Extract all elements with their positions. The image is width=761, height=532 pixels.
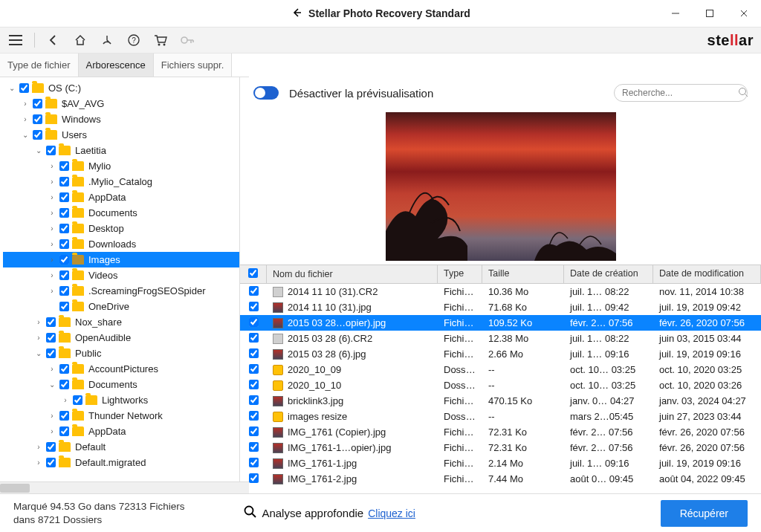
col-size[interactable]: Taille (482, 265, 564, 283)
table-row[interactable]: 2015 03 28…opier).jpgFichiers109.52 Kofé… (240, 315, 761, 331)
caret-icon[interactable]: › (21, 100, 30, 108)
tree-item[interactable]: ›Thunder Network (3, 408, 239, 424)
caret-icon[interactable]: › (48, 224, 56, 233)
caret-icon[interactable]: › (34, 334, 43, 342)
tree-checkbox[interactable] (59, 286, 69, 296)
tree-item[interactable]: ›.ScreamingFrogSEOSpider (3, 283, 239, 299)
tree-item[interactable]: ›$AV_AVG (3, 96, 239, 111)
col-type[interactable]: Type (438, 265, 482, 283)
caret-icon[interactable]: › (48, 271, 56, 279)
row-checkbox[interactable] (249, 458, 259, 467)
tree-item[interactable]: OneDrive (3, 299, 239, 314)
caret-icon[interactable]: › (48, 427, 56, 435)
file-table[interactable]: Nom du fichier Type Taille Date de créat… (240, 265, 761, 493)
tree-item[interactable]: ›Default.migrated (3, 455, 239, 470)
col-created[interactable]: Date de création (564, 265, 653, 283)
col-modified[interactable]: Date de modification (653, 265, 761, 283)
tree-checkbox[interactable] (59, 192, 69, 202)
tree-item[interactable]: ›AppData (3, 189, 239, 205)
row-checkbox[interactable] (249, 380, 259, 389)
table-row[interactable]: bricklink3.jpgFichiers470.15 Kojanv. 0… … (240, 393, 761, 409)
caret-icon[interactable]: ⌄ (34, 146, 43, 155)
tree-item[interactable]: ⌄OS (C:) (3, 80, 239, 96)
caret-icon[interactable]: › (34, 443, 43, 451)
caret-icon[interactable]: ⌄ (48, 380, 56, 389)
back-icon[interactable] (45, 32, 62, 48)
tree-checkbox[interactable] (46, 458, 56, 467)
row-checkbox[interactable] (249, 364, 259, 374)
caret-icon[interactable]: › (61, 396, 70, 404)
tree-checkbox[interactable] (59, 426, 69, 436)
tree-item[interactable]: ›Lightworks (3, 392, 239, 408)
tree-item[interactable]: ›AppData (3, 424, 239, 439)
tree-checkbox[interactable] (59, 177, 69, 186)
tree-checkbox[interactable] (59, 161, 69, 171)
table-row[interactable]: images resizeDossier--mars 2…05:45juin 2… (240, 409, 761, 424)
tree-checkbox[interactable] (59, 224, 69, 233)
caret-icon[interactable]: ⌄ (34, 349, 43, 357)
tree-horizontal-scrollbar[interactable] (0, 481, 249, 493)
row-checkbox[interactable] (249, 395, 259, 405)
tree-checkbox[interactable] (59, 380, 69, 389)
table-row[interactable]: 2014 11 10 (31).CR2Fichiers10.36 Mojuil.… (240, 284, 761, 299)
home-icon[interactable] (72, 32, 88, 48)
tree-checkbox[interactable] (46, 317, 56, 327)
tree-item[interactable]: ›Downloads (3, 236, 239, 252)
caret-icon[interactable]: ⌄ (21, 131, 30, 139)
row-checkbox[interactable] (249, 348, 259, 358)
tree-checkbox[interactable] (19, 83, 29, 93)
tree-item[interactable]: ⌄Public (3, 346, 239, 361)
col-name[interactable]: Nom du fichier (267, 265, 438, 283)
row-checkbox[interactable] (249, 411, 259, 421)
tab-tree[interactable]: Arborescence (79, 53, 154, 77)
tab-deleted[interactable]: Fichiers suppr. (154, 53, 233, 77)
tree-item[interactable]: ›OpenAudible (3, 330, 239, 346)
tree-checkbox[interactable] (59, 208, 69, 218)
table-row[interactable]: 2020_10_10Dossier--oct. 10… 03:25oct. 10… (240, 377, 761, 393)
tree-item[interactable]: ›Windows (3, 111, 239, 127)
tree-item[interactable]: ›Mylio (3, 158, 239, 174)
row-checkbox[interactable] (249, 333, 259, 343)
select-all-checkbox[interactable] (248, 268, 258, 278)
close-button[interactable] (727, 0, 761, 27)
caret-icon[interactable]: › (48, 178, 56, 186)
tree-item[interactable]: ⌄Documents (3, 377, 239, 392)
tab-filetype[interactable]: Type de fichier (0, 53, 79, 77)
deep-scan-link[interactable]: Cliquez ici (368, 507, 415, 519)
help-icon[interactable]: ? (126, 32, 142, 48)
tree-checkbox[interactable] (46, 442, 56, 452)
tree-checkbox[interactable] (46, 333, 56, 343)
tree-item[interactable]: ›Nox_share (3, 314, 239, 330)
row-checkbox[interactable] (249, 317, 259, 327)
tree-item[interactable]: ›Videos (3, 267, 239, 283)
folder-tree[interactable]: ⌄OS (C:)›$AV_AVG›Windows⌄Users⌄Laetitia›… (0, 77, 240, 493)
tree-checkbox[interactable] (33, 99, 42, 108)
row-checkbox[interactable] (249, 473, 259, 483)
tree-checkbox[interactable] (33, 130, 42, 140)
table-row[interactable]: 2015 03 28 (6).CR2Fichiers12.38 Mojuil. … (240, 331, 761, 346)
row-checkbox[interactable] (249, 426, 259, 436)
tree-item[interactable]: ›AccountPictures (3, 361, 239, 377)
table-row[interactable]: IMG_1761 (Copier).jpgFichiers72.31 Kofév… (240, 424, 761, 440)
tree-checkbox[interactable] (59, 270, 69, 280)
caret-icon[interactable]: › (48, 193, 56, 201)
tree-checkbox[interactable] (73, 395, 82, 405)
recover-button[interactable]: Récupérer (661, 500, 748, 527)
caret-icon[interactable]: › (48, 209, 56, 217)
search-box[interactable] (614, 84, 748, 102)
tree-checkbox[interactable] (46, 146, 56, 155)
tree-item[interactable]: ⌄Users (3, 127, 239, 143)
table-row[interactable]: 2020_10_09Dossier--oct. 10… 03:25oct. 10… (240, 362, 761, 377)
tree-checkbox[interactable] (46, 348, 56, 358)
table-row[interactable]: IMG_1761-1…opier).jpgFichiers72.31 Kofév… (240, 440, 761, 455)
table-row[interactable]: IMG_1761-1.jpgFichiers2.14 Mojuil. 1… 09… (240, 455, 761, 471)
tree-checkbox[interactable] (59, 411, 69, 421)
row-checkbox[interactable] (249, 286, 259, 296)
caret-icon[interactable]: › (48, 412, 56, 420)
caret-icon[interactable]: › (48, 162, 56, 170)
tree-item[interactable]: ›Documents (3, 205, 239, 221)
maximize-button[interactable] (693, 0, 727, 27)
table-row[interactable]: 2015 03 28 (6).jpgFichiers2.66 Mojuil. 1… (240, 346, 761, 362)
tree-checkbox[interactable] (59, 255, 69, 265)
caret-icon[interactable]: › (21, 115, 30, 123)
